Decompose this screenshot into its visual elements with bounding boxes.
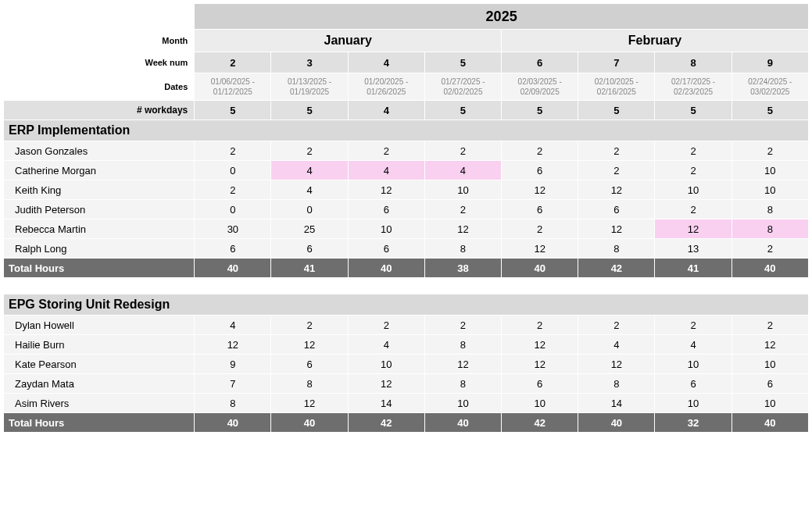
hours-cell[interactable]: 8 [271, 374, 347, 393]
hours-cell[interactable]: 8 [425, 374, 501, 393]
hours-cell[interactable]: 2 [578, 316, 654, 334]
workdays-cell: 5 [502, 101, 578, 119]
hours-cell[interactable]: 12 [732, 335, 808, 354]
hours-cell[interactable]: 4 [195, 316, 270, 334]
hours-cell[interactable]: 10 [732, 180, 808, 199]
hours-cell[interactable]: 8 [425, 239, 501, 258]
hours-cell[interactable]: 10 [655, 394, 731, 412]
hours-cell[interactable]: 2 [349, 141, 424, 160]
total-hours-label: Total Hours [4, 413, 194, 432]
hours-cell[interactable]: 8 [732, 200, 808, 219]
hours-cell[interactable]: 12 [349, 374, 424, 393]
hours-cell[interactable]: 6 [502, 161, 578, 180]
hours-cell[interactable]: 8 [578, 374, 654, 393]
hours-cell[interactable]: 6 [502, 200, 578, 219]
hours-cell[interactable]: 2 [578, 141, 654, 160]
hours-cell[interactable]: 6 [732, 374, 808, 393]
hours-cell[interactable]: 0 [195, 161, 270, 180]
hours-cell[interactable]: 2 [425, 141, 501, 160]
total-hours-cell: 41 [271, 259, 347, 277]
hours-cell[interactable]: 4 [271, 180, 347, 199]
hours-cell[interactable]: 10 [425, 394, 501, 412]
hours-cell[interactable]: 10 [655, 180, 731, 199]
hours-cell[interactable]: 25 [271, 219, 347, 238]
hours-cell[interactable]: 14 [349, 394, 424, 412]
hours-cell[interactable]: 12 [502, 335, 578, 354]
total-hours-label: Total Hours [4, 259, 194, 277]
person-name: Dylan Howell [4, 316, 194, 334]
table-row: Keith King24121012121010 [4, 180, 808, 199]
hours-cell[interactable]: 0 [271, 200, 347, 219]
hours-cell[interactable]: 8 [578, 239, 654, 258]
hours-cell[interactable]: 6 [655, 374, 731, 393]
hours-cell[interactable]: 2 [349, 316, 424, 334]
hours-cell[interactable]: 2 [578, 161, 654, 180]
hours-cell[interactable]: 30 [195, 219, 270, 238]
hours-cell[interactable]: 4 [349, 161, 424, 180]
hours-cell[interactable]: 12 [502, 239, 578, 258]
hours-cell[interactable]: 6 [578, 200, 654, 219]
hours-cell[interactable]: 2 [271, 141, 347, 160]
week-header: 7 [578, 52, 654, 73]
hours-cell[interactable]: 6 [271, 355, 347, 373]
hours-cell[interactable]: 10 [502, 394, 578, 412]
hours-cell[interactable]: 10 [349, 355, 424, 373]
hours-cell[interactable]: 12 [578, 219, 654, 238]
hours-cell[interactable]: 12 [271, 394, 347, 412]
hours-cell[interactable]: 2 [502, 141, 578, 160]
hours-cell[interactable]: 10 [349, 219, 424, 238]
hours-cell[interactable]: 2 [425, 200, 501, 219]
hours-cell[interactable]: 12 [195, 335, 270, 354]
hours-cell[interactable]: 8 [732, 219, 808, 238]
hours-cell[interactable]: 2 [195, 141, 270, 160]
hours-cell[interactable]: 2 [271, 316, 347, 334]
hours-cell[interactable]: 10 [425, 180, 501, 199]
hours-cell[interactable]: 6 [502, 374, 578, 393]
hours-cell[interactable]: 13 [655, 239, 731, 258]
hours-cell[interactable]: 4 [271, 161, 347, 180]
hours-cell[interactable]: 10 [655, 355, 731, 373]
hours-cell[interactable]: 4 [655, 335, 731, 354]
hours-cell[interactable]: 8 [195, 394, 270, 412]
hours-cell[interactable]: 6 [349, 200, 424, 219]
hours-cell[interactable]: 6 [195, 239, 270, 258]
hours-cell[interactable]: 2 [425, 316, 501, 334]
total-hours-cell: 32 [655, 413, 731, 432]
hours-cell[interactable]: 12 [578, 180, 654, 199]
hours-cell[interactable]: 4 [425, 161, 501, 180]
hours-cell[interactable]: 12 [578, 355, 654, 373]
hours-cell[interactable]: 2 [732, 239, 808, 258]
hours-cell[interactable]: 6 [349, 239, 424, 258]
hours-cell[interactable]: 2 [732, 141, 808, 160]
hours-cell[interactable]: 14 [578, 394, 654, 412]
hours-cell[interactable]: 10 [732, 355, 808, 373]
hours-cell[interactable]: 12 [502, 180, 578, 199]
hours-cell[interactable]: 12 [271, 335, 347, 354]
person-name: Jason Gonzales [4, 141, 194, 160]
hours-cell[interactable]: 8 [425, 335, 501, 354]
hours-cell[interactable]: 12 [349, 180, 424, 199]
hours-cell[interactable]: 2 [655, 141, 731, 160]
hours-cell[interactable]: 2 [655, 200, 731, 219]
hours-cell[interactable]: 2 [655, 316, 731, 334]
year-header: 2025 [195, 4, 808, 29]
hours-cell[interactable]: 12 [425, 355, 501, 373]
resource-plan-table: 2025MonthJanuaryFebruaryWeek num23456789… [3, 3, 809, 433]
hours-cell[interactable]: 9 [195, 355, 270, 373]
hours-cell[interactable]: 4 [349, 335, 424, 354]
hours-cell[interactable]: 0 [195, 200, 270, 219]
hours-cell[interactable]: 4 [578, 335, 654, 354]
hours-cell[interactable]: 2 [502, 219, 578, 238]
hours-cell[interactable]: 2 [502, 316, 578, 334]
hours-cell[interactable]: 12 [502, 355, 578, 373]
hours-cell[interactable]: 7 [195, 374, 270, 393]
hours-cell[interactable]: 10 [732, 161, 808, 180]
hours-cell[interactable]: 12 [425, 219, 501, 238]
hours-cell[interactable]: 10 [732, 394, 808, 412]
hours-cell[interactable]: 6 [271, 239, 347, 258]
hours-cell[interactable]: 2 [732, 316, 808, 334]
hours-cell[interactable]: 12 [655, 219, 731, 238]
hours-cell[interactable]: 2 [195, 180, 270, 199]
total-hours-cell: 42 [502, 413, 578, 432]
hours-cell[interactable]: 2 [655, 161, 731, 180]
